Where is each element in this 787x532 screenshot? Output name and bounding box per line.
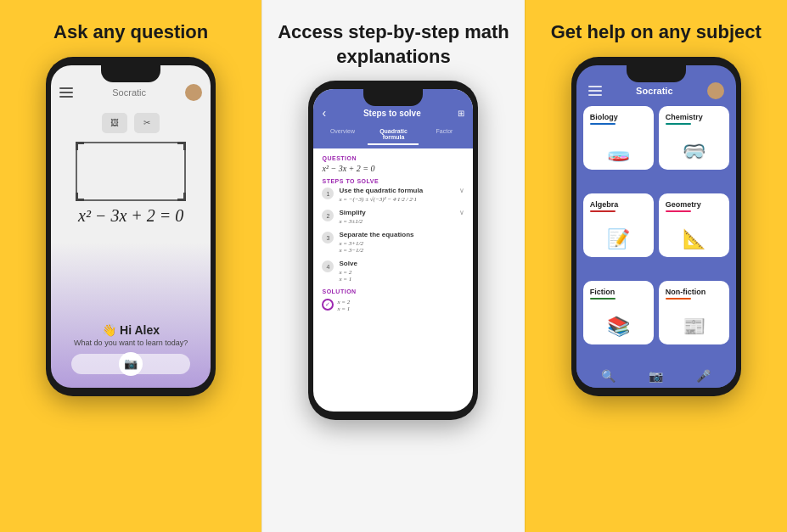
steps-header-title: Steps to solve bbox=[331, 109, 453, 118]
camera-button[interactable]: 📷 bbox=[119, 352, 143, 376]
step-num-4: 4 bbox=[322, 260, 334, 272]
step-formula-4: x = 2 x = 1 bbox=[339, 269, 464, 283]
app-name-1: Socratic bbox=[112, 87, 146, 98]
question-equation: x² − 3x + 2 = 0 bbox=[322, 164, 464, 173]
steps-label: STEPS TO SOLVE bbox=[322, 178, 464, 184]
step-formula-1: x = −(−3) ± √(−3)² − 4·1·2 / 2·1 bbox=[339, 196, 454, 203]
step-title-2: Simplify bbox=[339, 209, 454, 216]
phone-notch-1 bbox=[101, 65, 160, 82]
step-row-2: 2 Simplify x = 3±1/2 ∨ bbox=[322, 209, 464, 225]
greeting-text: 👋 Hi Alex bbox=[102, 323, 160, 337]
hamburger-line bbox=[59, 87, 73, 89]
search-bar[interactable]: 📷 bbox=[71, 354, 190, 374]
corner-bl bbox=[76, 193, 84, 201]
s2-content: QUESTION x² − 3x + 2 = 0 STEPS TO SOLVE … bbox=[313, 148, 473, 412]
step-row-3: 3 Separate the equations x = 3+1/2 x = 3… bbox=[322, 231, 464, 254]
subject-card-chemistry[interactable]: Chemistry 🥽 bbox=[659, 106, 729, 170]
h-line bbox=[588, 86, 602, 87]
step-formula-2: x = 3±1/2 bbox=[339, 218, 454, 225]
h-line bbox=[588, 90, 602, 92]
step-row-1: 1 Use the quadratic formula x = −(−3) ± … bbox=[322, 187, 464, 203]
avatar-1 bbox=[185, 84, 202, 101]
sub-text: What do you want to learn today? bbox=[74, 339, 188, 347]
step-title-4: Solve bbox=[339, 260, 464, 267]
subject-line-fiction bbox=[590, 298, 616, 300]
question-label: QUESTION bbox=[322, 155, 464, 161]
solution-values: x = 2 x = 1 bbox=[337, 299, 350, 312]
step-title-1: Use the quadratic formula bbox=[339, 187, 454, 194]
panel2-title: Access step-by-step math explanations bbox=[276, 20, 510, 69]
chevron-2: ∨ bbox=[459, 209, 464, 216]
tab-overview[interactable]: Overview bbox=[317, 125, 368, 145]
subject-card-algebra[interactable]: Algebra 📝 bbox=[583, 193, 654, 257]
step-row-4: 4 Solve x = 2 x = 1 bbox=[322, 260, 464, 283]
phone-screen-3: Socratic Biology 🧫 Chemistry 🥽 bbox=[576, 65, 736, 388]
subject-card-biology[interactable]: Biology 🧫 bbox=[583, 106, 654, 170]
panel1-title: Ask any question bbox=[53, 20, 208, 45]
back-arrow-icon[interactable]: ‹ bbox=[322, 106, 326, 120]
check-circle-icon: ✓ bbox=[322, 299, 334, 311]
camera-nav-icon[interactable]: 📷 bbox=[649, 369, 663, 383]
hamburger-icon-3[interactable] bbox=[588, 86, 602, 96]
crop-icon[interactable]: ✂ bbox=[134, 113, 160, 133]
scan-area bbox=[76, 142, 186, 201]
hamburger-line bbox=[59, 96, 73, 98]
app-name-3: Socratic bbox=[602, 86, 707, 96]
corner-tr bbox=[177, 142, 186, 150]
subject-name-geometry: Geometry bbox=[666, 200, 722, 209]
hamburger-icon bbox=[59, 87, 73, 98]
bookmark-icon[interactable]: ⊞ bbox=[458, 109, 464, 118]
s2-tabs: Overview Quadratic formula Factor bbox=[313, 125, 473, 148]
mic-nav-icon[interactable]: 🎤 bbox=[696, 369, 711, 383]
subject-name-nonfiction: Non-fiction bbox=[666, 288, 722, 296]
chevron-1: ∨ bbox=[459, 187, 464, 194]
step-num-3: 3 bbox=[322, 232, 334, 244]
subject-line-chemistry bbox=[666, 123, 691, 125]
panel3-title: Get help on any subject bbox=[551, 20, 762, 45]
gallery-icon[interactable]: 🖼 bbox=[102, 113, 127, 133]
subject-card-geometry[interactable]: Geometry 📐 bbox=[659, 193, 729, 257]
subject-emoji-nonfiction: 📰 bbox=[666, 316, 722, 338]
step-content-3: Separate the equations x = 3+1/2 x = 3−1… bbox=[339, 231, 464, 254]
steps-screen: ‹ Steps to solve ⊞ Overview Quadratic fo… bbox=[313, 89, 473, 412]
subject-line-nonfiction bbox=[666, 298, 691, 300]
step-content-4: Solve x = 2 x = 1 bbox=[339, 260, 464, 283]
subject-emoji-fiction: 📚 bbox=[590, 316, 647, 338]
phone-screen-1: Socratic 🖼 ✂ x² − 3x + 2 = 0 👋 Hi Alex W… bbox=[51, 65, 211, 388]
step-content-2: Simplify x = 3±1/2 bbox=[339, 209, 454, 225]
phone-notch-2 bbox=[363, 89, 423, 106]
subject-emoji-geometry: 📐 bbox=[666, 228, 722, 250]
phone-notch-3 bbox=[627, 65, 686, 82]
corner-br bbox=[177, 193, 186, 201]
panel-subjects: Get help on any subject Socratic Biology bbox=[525, 0, 787, 532]
bottom-nav: 🔍 📷 🎤 bbox=[576, 364, 736, 388]
solution-label: SOLUTION bbox=[322, 288, 464, 294]
tab-quadratic[interactable]: Quadratic formula bbox=[368, 125, 419, 145]
subjects-screen: Socratic Biology 🧫 Chemistry 🥽 bbox=[576, 65, 736, 388]
step-num-2: 2 bbox=[322, 210, 334, 221]
subject-name-fiction: Fiction bbox=[590, 288, 647, 296]
panel-ask-question: Ask any question Socratic 🖼 ✂ bbox=[0, 0, 261, 532]
step-num-1: 1 bbox=[322, 188, 334, 199]
phone-frame-3: Socratic Biology 🧫 Chemistry 🥽 bbox=[571, 57, 741, 396]
search-nav-icon[interactable]: 🔍 bbox=[601, 369, 616, 383]
phone-frame-2: ‹ Steps to solve ⊞ Overview Quadratic fo… bbox=[308, 81, 478, 420]
h-line bbox=[588, 94, 602, 96]
subject-card-fiction[interactable]: Fiction 📚 bbox=[583, 281, 654, 344]
camera-screen: Socratic 🖼 ✂ x² − 3x + 2 = 0 👋 Hi Alex W… bbox=[51, 65, 211, 388]
subject-emoji-biology: 🧫 bbox=[590, 141, 647, 163]
subject-name-algebra: Algebra bbox=[590, 200, 647, 209]
screen1-bottom: 👋 Hi Alex What do you want to learn toda… bbox=[71, 323, 190, 388]
solution-box: ✓ x = 2 x = 1 bbox=[322, 297, 464, 312]
hamburger-line bbox=[59, 92, 73, 93]
subject-line-algebra bbox=[590, 210, 616, 212]
subject-card-nonfiction[interactable]: Non-fiction 📰 bbox=[659, 281, 729, 344]
step-formula-3: x = 3+1/2 x = 3−1/2 bbox=[339, 240, 464, 254]
tab-factor[interactable]: Factor bbox=[419, 125, 469, 145]
avatar-3 bbox=[707, 82, 724, 99]
equation-display: x² − 3x + 2 = 0 bbox=[78, 206, 183, 226]
subject-name-chemistry: Chemistry bbox=[666, 113, 722, 121]
subjects-grid: Biology 🧫 Chemistry 🥽 Algebra 📝 bbox=[576, 106, 736, 364]
phone-screen-2: ‹ Steps to solve ⊞ Overview Quadratic fo… bbox=[313, 89, 473, 412]
subject-name-biology: Biology bbox=[590, 113, 647, 121]
